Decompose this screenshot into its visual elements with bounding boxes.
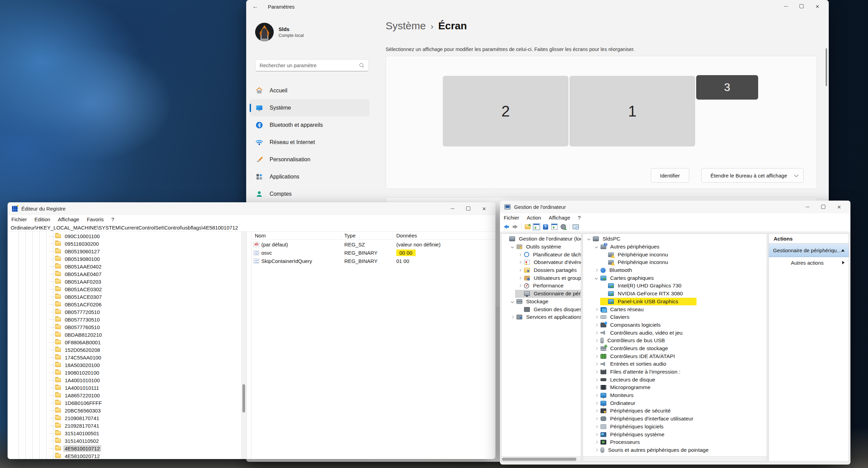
registry-key-row[interactable]: 1A4001010100 [8, 376, 241, 384]
expand-chevron-icon[interactable] [595, 332, 600, 334]
registry-key-row[interactable]: 190801020100 [8, 369, 241, 376]
column-type[interactable]: Type [341, 233, 393, 238]
expand-chevron-icon[interactable] [595, 379, 600, 381]
maximize-icon[interactable] [815, 201, 831, 213]
regedit-splitter[interactable] [247, 232, 251, 459]
registry-key-row[interactable]: 0B051AAE0407 [8, 270, 241, 278]
scrollbar-thumb[interactable] [502, 458, 576, 461]
registry-key-row[interactable]: 0B051ACF0206 [8, 301, 241, 308]
device-tree-item[interactable]: NVIDIA GeForce RTX 3080 [583, 290, 767, 298]
registry-key-row[interactable]: 0B051AAF0203 [8, 278, 241, 285]
device-tree-item[interactable]: Contrôleurs de stockage [583, 345, 767, 353]
console-tree-item[interactable]: Dossiers partagés [501, 266, 581, 274]
close-icon[interactable] [831, 201, 847, 213]
sidebar-item-accueil[interactable]: Accueil [250, 82, 369, 99]
expand-chevron-icon[interactable] [595, 355, 600, 357]
registry-key-row[interactable]: 210928170741 [8, 422, 241, 429]
expand-chevron-icon[interactable] [595, 441, 600, 443]
device-tree-item[interactable]: Entrées et sorties audio [583, 360, 767, 368]
registry-key-row[interactable]: 315140100501 [8, 429, 241, 437]
registry-value-row[interactable]: (par défaut) REG_SZ (valeur non définie) [251, 241, 495, 248]
expand-chevron-icon[interactable] [595, 402, 600, 404]
regedit-address-bar[interactable]: Ordinateur\HKEY_LOCAL_MACHINE\SYSTEM\Cur… [8, 224, 495, 232]
column-donnees[interactable]: Données [393, 233, 495, 238]
device-tree-item[interactable]: Périphérique inconnu [583, 258, 767, 266]
expand-chevron-icon[interactable] [595, 426, 600, 428]
registry-key-row[interactable]: 1A4001010111 [8, 384, 241, 391]
registry-key-row[interactable]: 0B051AAE0402 [8, 263, 241, 270]
expand-right-icon[interactable] [842, 261, 845, 264]
expand-chevron-icon[interactable] [595, 386, 600, 388]
device-tree-item[interactable]: SldsPC [583, 235, 767, 243]
collapse-up-icon[interactable] [841, 249, 845, 252]
device-tree-item[interactable]: Cartes réseau [583, 305, 767, 313]
device-tree-item[interactable]: Autres périphériques [583, 243, 767, 251]
device-tree-item[interactable]: Périphériques logiciels [583, 423, 767, 431]
registry-key-row[interactable]: 20BC56560303 [8, 407, 241, 414]
minimize-icon[interactable] [445, 202, 460, 215]
device-tree-item[interactable]: Bluetooth [583, 266, 767, 274]
device-tree-item[interactable]: Claviers [583, 313, 767, 321]
console-tree-item[interactable]: Gestion de l’ordinateur (local) [501, 235, 581, 243]
expand-chevron-icon[interactable] [595, 316, 600, 318]
registry-key-row[interactable]: 0B0577730510 [8, 316, 241, 323]
registry-key-row[interactable]: 095116030200 [8, 240, 241, 247]
search-input[interactable]: Rechercher un paramètre [255, 59, 369, 71]
expand-chevron-icon[interactable] [511, 316, 516, 318]
back-arrow-icon[interactable]: ← [252, 3, 258, 10]
device-tree-item[interactable]: Lecteurs de disque [583, 376, 767, 384]
expand-chevron-icon[interactable] [595, 394, 600, 396]
registry-key-row[interactable]: 174C55AA0100 [8, 354, 241, 361]
cm-titlebar[interactable]: Gestion de l'ordinateur [500, 201, 850, 213]
registry-key-row[interactable]: 1A8657220100 [8, 391, 241, 399]
registry-key-row[interactable]: 090C10001100 [8, 232, 241, 240]
console-tree-item[interactable]: Gestionnaire de périphériques [501, 290, 581, 298]
expand-chevron-icon[interactable] [595, 410, 600, 412]
device-tree-item[interactable]: Composants logiciels [583, 321, 767, 329]
registry-key-row[interactable]: 4E5810010712 [8, 445, 241, 452]
expand-chevron-icon[interactable] [511, 301, 516, 303]
device-scan-icon[interactable] [572, 223, 580, 231]
account-summary[interactable]: Slds Compte local [255, 23, 304, 41]
sidebar-item-personnalisation[interactable]: Personnalisation [250, 151, 369, 168]
registry-key-row[interactable]: 0F8806AB0001 [8, 338, 241, 346]
expand-chevron-icon[interactable] [511, 246, 516, 248]
registry-key-row[interactable]: 1D6B0106FFFF [8, 399, 241, 407]
sidebar-item-applications[interactable]: Applications [250, 168, 369, 185]
expand-chevron-icon[interactable] [595, 418, 600, 420]
back-icon[interactable] [502, 223, 510, 231]
expand-chevron-icon[interactable] [595, 347, 600, 349]
expand-chevron-icon[interactable] [518, 261, 524, 263]
expand-chevron-icon[interactable] [595, 324, 600, 326]
window-list-icon[interactable] [550, 223, 558, 231]
identify-button[interactable]: Identifier [651, 168, 689, 183]
console-tree-item[interactable]: Services et applications [501, 313, 581, 321]
registry-key-row[interactable]: 0B051ACE0307 [8, 293, 241, 301]
minimize-icon[interactable] [799, 201, 815, 213]
actions-group-device-manager[interactable]: Gestionnaire de périphériqu… [769, 244, 849, 257]
registry-value-row[interactable]: osvc REG_BINARY 00 00 [251, 249, 495, 256]
console-tree-item[interactable]: Planificateur de tâches [501, 251, 581, 258]
registry-key-row[interactable]: 0B0577760510 [8, 323, 241, 331]
expand-chevron-icon[interactable] [595, 434, 600, 436]
expand-chevron-icon[interactable] [595, 363, 600, 365]
cm-left-hscrollbar[interactable] [501, 456, 581, 461]
registry-key-row[interactable]: 18A503020100 [8, 361, 241, 369]
gear-icon[interactable] [559, 223, 567, 231]
registry-key-row[interactable]: 0BDAB8120210 [8, 331, 241, 338]
registry-key-row[interactable]: 152D05620208 [8, 346, 241, 354]
device-tree-item[interactable]: Panel-Link USB Graphics [583, 298, 767, 306]
device-tree-item[interactable]: Périphériques système [583, 430, 767, 438]
registry-value-row[interactable]: SkipContainerIdQuery REG_BINARY 01 00 [251, 257, 495, 265]
device-tree-item[interactable]: Microprogramme [583, 384, 767, 391]
device-tree-item[interactable]: Files d’attente à l’impression : [583, 368, 767, 376]
device-tree-item[interactable]: Moniteurs [583, 391, 767, 399]
regedit-titlebar[interactable]: Éditeur du Registre [8, 202, 495, 215]
expand-chevron-icon[interactable] [518, 277, 524, 279]
device-tree-item[interactable]: Cartes graphiques [583, 274, 767, 282]
settings-scrollbar[interactable] [826, 48, 827, 86]
console-tree-item[interactable]: Observateur d'événements [501, 258, 581, 266]
expand-chevron-icon[interactable] [595, 308, 600, 311]
monitor-2[interactable]: 2 [443, 76, 568, 146]
sidebar-item-reseau[interactable]: Réseau et Internet [250, 134, 369, 151]
